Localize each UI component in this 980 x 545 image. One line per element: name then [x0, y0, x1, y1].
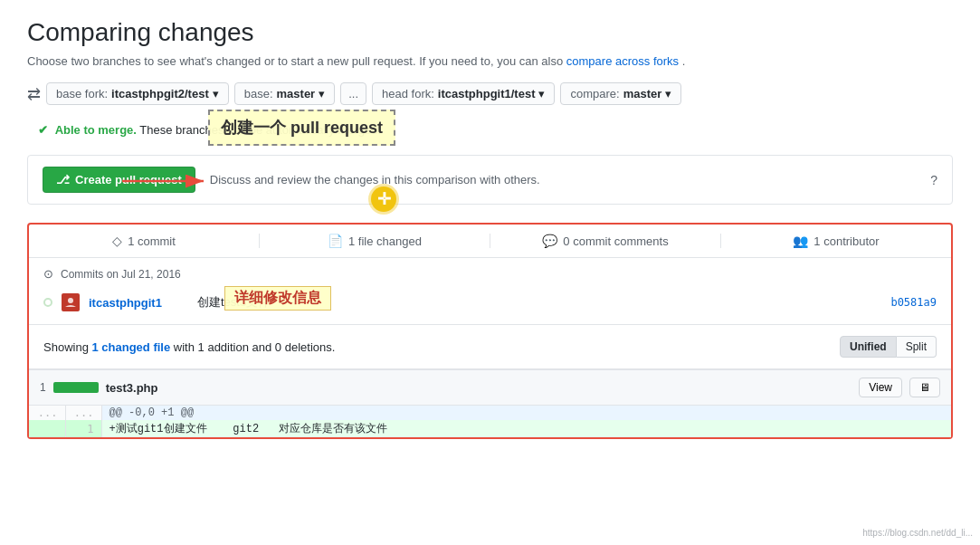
page-title: Comparing changes [27, 18, 953, 47]
head-fork-selector[interactable]: head fork: itcastphpgit1/test ▾ [372, 82, 555, 105]
view-buttons: Unified Split [840, 336, 937, 358]
avatar-icon [64, 296, 77, 309]
diff-context-text: @@ -0,0 +1 @@ [101, 406, 951, 420]
head-fork-label: head fork: [382, 87, 434, 100]
base-branch-selector[interactable]: base: master ▾ [234, 82, 335, 105]
compare-forks-link[interactable]: compare across forks [566, 54, 679, 68]
contributors-count: 1 contributor [813, 234, 879, 248]
compare-icon: ⇄ [27, 84, 41, 104]
files-changed-header: Showing 1 changed file with 1 addition a… [29, 325, 951, 369]
file-name: test3.php [106, 381, 158, 395]
diff-context-row: ... ... @@ -0,0 +1 @@ [29, 406, 951, 420]
commits-date-icon: ⊙ [43, 267, 53, 281]
merge-status: ✔ Able to merge. These branches can be a… [27, 116, 953, 144]
diff-line-num-right: ... [65, 406, 101, 420]
checkmark-icon: ✔ [38, 123, 48, 137]
contributors-stat: 👥 1 contributor [721, 234, 951, 248]
avatar [62, 293, 80, 311]
base-fork-value: itcastphpgit2/test [111, 87, 209, 100]
branch-selector-row: ⇄ base fork: itcastphpgit2/test ▾ base: … [27, 82, 953, 105]
commit-icon: ◇ [112, 234, 122, 248]
subtitle-text: Choose two branches to see what's change… [27, 54, 563, 68]
commit-sha[interactable]: b0581a9 [890, 296, 937, 309]
split-view-button[interactable]: Split [897, 336, 937, 358]
base-fork-selector[interactable]: base fork: itcastphpgit2/test ▾ [46, 82, 229, 105]
commits-date: ⊙ Commits on Jul 21, 2016 [43, 267, 937, 281]
rest-text: with 1 addition and 0 deletions. [174, 340, 336, 354]
file-line-count: 1 [40, 381, 46, 394]
comment-icon: 💬 [542, 234, 557, 248]
base-fork-label: base fork: [56, 87, 108, 100]
file-display-button[interactable]: 🖥 [909, 378, 940, 397]
compare-label: compare: [570, 87, 619, 100]
stats-row: ◇ 1 commit 📄 1 file changed 💬 0 commit c… [29, 225, 951, 258]
files-changed-count: 1 file changed [348, 234, 422, 248]
diff-line-num-left: ... [29, 406, 65, 420]
commit-annotation: 详细修改信息 [224, 286, 331, 311]
diff-add-content: +测试git1创建文件 git2 对应仓库是否有该文件 [101, 420, 951, 437]
chevron-down-icon-3: ▾ [538, 87, 545, 100]
commit-dot [43, 298, 52, 307]
pr-button-icon: ⎇ [56, 173, 70, 186]
cursor-annotation: ✛ [371, 186, 396, 212]
file-color-indicator [53, 382, 99, 393]
commits-date-text: Commits on Jul 21, 2016 [61, 268, 181, 281]
commits-section: ⊙ Commits on Jul 21, 2016 itcastphpgit1 … [29, 258, 951, 325]
commit-comments-count: 0 commit comments [563, 234, 668, 248]
commits-stat: ◇ 1 commit [29, 234, 260, 248]
commit-row: itcastphpgit1 创建test3文件 详细修改信息 b0581a9 [43, 290, 937, 315]
base-value: master [277, 87, 316, 100]
page-subtitle: Choose two branches to see what's change… [27, 54, 953, 68]
commits-count: 1 commit [128, 234, 176, 248]
compare-branch-selector[interactable]: compare: master ▾ [560, 82, 681, 105]
files-changed-stat: 📄 1 file changed [260, 234, 490, 248]
file-icon: 📄 [328, 234, 343, 248]
file-view-button[interactable]: View [859, 378, 902, 397]
red-arrow-svg [118, 167, 217, 195]
able-to-merge-text: Able to merge. [55, 123, 137, 137]
chevron-down-icon-4: ▾ [665, 87, 671, 100]
diff-table: ... ... @@ -0,0 +1 @@ 1 +测试git1创建文件 git2… [29, 406, 951, 437]
display-icon: 🖥 [919, 381, 930, 394]
file-info: 1 test3.php [40, 381, 157, 395]
head-fork-value: itcastphpgit1/test [438, 87, 536, 100]
contributors-icon: 👥 [793, 234, 808, 248]
comparison-container: ◇ 1 commit 📄 1 file changed 💬 0 commit c… [27, 223, 953, 439]
chevron-down-icon: ▾ [213, 87, 219, 100]
help-icon[interactable]: ? [930, 173, 937, 187]
files-changed-text: Showing 1 changed file with 1 addition a… [43, 340, 335, 354]
file-header: 1 test3.php View 🖥 [29, 369, 951, 406]
svg-point-3 [68, 298, 73, 303]
unified-view-button[interactable]: Unified [840, 336, 897, 358]
diff-add-line-num-left [29, 420, 65, 437]
diff-add-row: 1 +测试git1创建文件 git2 对应仓库是否有该文件 [29, 420, 951, 437]
pr-description: Discuss and review the changes in this c… [210, 173, 930, 186]
showing-text: Showing [43, 340, 89, 354]
ellipsis-button[interactable]: ... [340, 82, 366, 105]
chevron-down-icon-2: ▾ [319, 87, 325, 100]
file-view-label: View [869, 381, 892, 394]
commit-comments-stat: 💬 0 commit comments [490, 234, 721, 248]
pr-annotation-box: 创建一个 pull request [208, 110, 395, 146]
subtitle-after: . [682, 54, 686, 68]
base-label: base: [244, 87, 273, 100]
commit-user[interactable]: itcastphpgit1 [89, 296, 188, 310]
diff-add-line-num-right: 1 [65, 420, 101, 437]
changed-files-link[interactable]: 1 changed file [92, 340, 171, 354]
compare-value: master [623, 87, 662, 100]
